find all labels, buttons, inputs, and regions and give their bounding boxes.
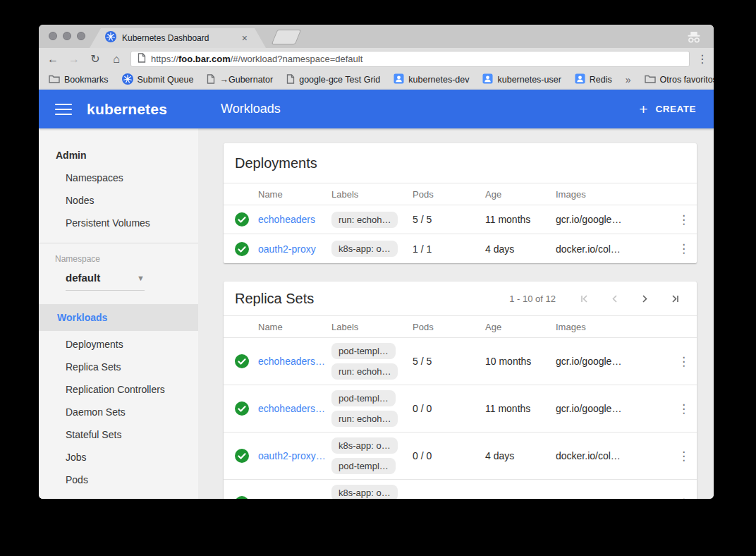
browser-menu-button[interactable]: ⋮ [697, 52, 707, 66]
check-circle-icon [235, 242, 249, 256]
hamburger-menu-icon[interactable] [55, 104, 72, 115]
reload-button[interactable]: ↻ [88, 54, 102, 65]
bookmark-item[interactable]: →Gubernator [207, 74, 273, 86]
resource-link[interactable]: oauth2-proxy [258, 243, 331, 255]
tab-title: Kubernetes Dashboard [122, 33, 242, 43]
sidebar-item-replication-controllers[interactable]: Replication Controllers [39, 378, 198, 401]
bookmark-item[interactable]: Submit Queue [122, 73, 194, 87]
row-menu-button[interactable]: ⋮ [671, 354, 697, 369]
app-body: Admin Namespaces Nodes Persistent Volume… [39, 128, 714, 499]
kubernetes-icon [122, 73, 133, 85]
sidebar-item-namespaces[interactable]: Namespaces [39, 167, 198, 189]
page-icon [138, 53, 146, 63]
sidebar-item-stateful-sets[interactable]: Stateful Sets [39, 423, 198, 446]
bookmark-item[interactable]: Bookmarks [49, 74, 109, 85]
create-button[interactable]: + CREATE [639, 102, 696, 116]
sidebar-divider [39, 243, 198, 243]
check-circle-icon [235, 401, 249, 416]
table-header-row: Name Labels Pods Age Images [224, 183, 697, 205]
sidebar-item-nodes[interactable]: Nodes [39, 189, 198, 212]
tab-close-icon[interactable]: × [242, 33, 248, 43]
label-chip: pod-templ… [331, 390, 396, 406]
browser-window: Kubernetes Dashboard × ← → ↻ ⌂ https:/ [39, 25, 714, 499]
sidebar-item-workloads[interactable]: Workloads [39, 304, 198, 331]
table-row: echoheaders… pod-templ… run: echoh… 0 / … [224, 385, 697, 433]
window-controls [49, 32, 85, 40]
table-header-row: Name Labels Pods Age Images [224, 316, 697, 338]
card-title: Deployments [235, 155, 680, 171]
label-chip: run: echoh… [331, 363, 398, 380]
zoom-window-button[interactable] [77, 32, 85, 40]
forward-button[interactable]: → [67, 54, 81, 65]
browser-tab[interactable]: Kubernetes Dashboard × [90, 28, 266, 48]
bookmark-item[interactable]: google-gce Test Grid [286, 74, 380, 86]
new-tab-button[interactable] [272, 30, 301, 44]
groups-icon [575, 73, 585, 84]
namespace-label: Namespace [39, 250, 198, 267]
home-button[interactable]: ⌂ [109, 54, 123, 65]
browser-toolbar: ← → ↻ ⌂ https://foo.bar.com/#/workload?n… [39, 48, 714, 70]
sidebar-item-daemon-sets[interactable]: Daemon Sets [39, 401, 198, 423]
page-icon [207, 74, 215, 84]
label-chip: pod-templ… [331, 458, 396, 474]
table-row: oauth2-proxy k8s-app: o… 1 / 1 4 days do… [224, 234, 697, 263]
card-title: Replica Sets [235, 291, 509, 307]
table-row: echoheaders… pod-templ… run: echoh… 5 / … [224, 338, 697, 385]
row-menu-button[interactable]: ⋮ [671, 241, 697, 256]
row-menu-button[interactable]: ⋮ [671, 212, 697, 227]
table-row: echoheaders run: echoh… 5 / 5 11 months … [224, 205, 697, 234]
row-menu-button[interactable]: ⋮ [671, 401, 697, 416]
namespace-dropdown[interactable]: default ▼ [66, 272, 145, 291]
bookmark-item[interactable]: kubernetes-dev [394, 73, 469, 86]
minimize-window-button[interactable] [63, 32, 71, 40]
resource-link[interactable]: echoheaders… [258, 356, 331, 367]
bookmark-item[interactable]: kubernetes-user [482, 73, 561, 86]
plus-icon: + [639, 102, 647, 116]
row-menu-button[interactable]: ⋮ [671, 449, 697, 464]
namespace-value: default [66, 272, 100, 284]
sidebar-item-persistent-volumes[interactable]: Persistent Volumes [39, 212, 198, 234]
main-content: Deployments Name Labels Pods Age Images [198, 128, 714, 499]
chevron-down-icon: ▼ [137, 274, 145, 282]
check-circle-icon [235, 449, 249, 463]
label-chip: k8s-app: o… [331, 485, 398, 499]
page-title: Workloads [221, 102, 281, 116]
other-bookmarks-folder[interactable]: Otros favoritos [645, 74, 714, 85]
check-circle-icon [235, 212, 249, 226]
first-page-button[interactable] [580, 294, 589, 303]
resource-link[interactable]: echoheaders [258, 214, 331, 225]
folder-icon [49, 74, 60, 83]
previous-page-button[interactable] [610, 294, 619, 303]
sidebar-item-pods[interactable]: Pods [39, 469, 198, 491]
replica-sets-card: Replica Sets 1 - 10 of 12 [224, 282, 697, 499]
resource-link[interactable]: oauth2-proxy… [258, 497, 331, 499]
bookmark-item[interactable]: Redis [575, 73, 612, 86]
url-text: https://foo.bar.com/#/workload?namespace… [151, 54, 362, 64]
next-page-button[interactable] [640, 294, 650, 303]
deployments-card: Deployments Name Labels Pods Age Images [224, 143, 697, 263]
row-menu-button[interactable]: ⋮ [671, 496, 697, 500]
check-circle-icon [235, 496, 249, 499]
pagination: 1 - 10 of 12 [509, 294, 680, 304]
sidebar: Admin Namespaces Nodes Persistent Volume… [39, 128, 198, 499]
sidebar-item-jobs[interactable]: Jobs [39, 446, 198, 469]
last-page-button[interactable] [671, 294, 680, 303]
resource-link[interactable]: echoheaders… [258, 403, 331, 414]
app-brand: kubernetes [87, 101, 167, 118]
label-chip: k8s-app: o… [331, 437, 398, 454]
resource-link[interactable]: oauth2-proxy… [258, 450, 331, 461]
sidebar-item-admin[interactable]: Admin [39, 144, 198, 167]
sidebar-item-replica-sets[interactable]: Replica Sets [39, 356, 198, 378]
label-chip: run: echoh… [331, 411, 398, 427]
pagination-range: 1 - 10 of 12 [509, 294, 556, 304]
label-chip: pod-templ… [331, 343, 396, 359]
address-bar[interactable]: https://foo.bar.com/#/workload?namespace… [130, 51, 690, 67]
sidebar-item-deployments[interactable]: Deployments [39, 333, 198, 356]
bookmarks-overflow-chevron[interactable]: » [626, 74, 631, 85]
close-window-button[interactable] [49, 32, 57, 40]
table-row: oauth2-proxy… k8s-app: o… pod-templ… 0 /… [224, 433, 697, 480]
bookmarks-bar: Bookmarks Submit Queue →Gubernator googl… [39, 70, 714, 90]
kubernetes-icon [105, 31, 116, 42]
back-button[interactable]: ← [46, 54, 60, 65]
groups-icon [394, 73, 404, 84]
